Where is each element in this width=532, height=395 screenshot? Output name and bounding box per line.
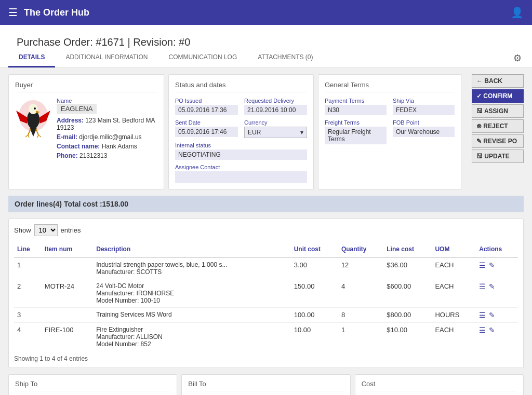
cost-title: Cost bbox=[362, 380, 517, 391]
cell-line: 4 bbox=[14, 323, 42, 351]
list-icon[interactable]: ☰ bbox=[479, 282, 486, 291]
buyer-card: Buyer bbox=[8, 74, 164, 189]
payment-terms-label: Payment Terms bbox=[325, 98, 387, 104]
currency-label: Currency bbox=[244, 119, 307, 126]
general-terms-title: General Terms bbox=[325, 81, 455, 92]
assignee-field: Assignee Contact bbox=[175, 164, 307, 183]
cell-uom: EACH bbox=[432, 323, 476, 351]
col-line-cost: Line cost bbox=[383, 241, 432, 257]
list-icon[interactable]: ☰ bbox=[479, 326, 486, 334]
col-quantity: Quantity bbox=[338, 241, 383, 257]
fob-point-label: FOB Point bbox=[393, 119, 455, 126]
phone-label: Phone: bbox=[57, 152, 78, 159]
edit-icon[interactable]: ✎ bbox=[489, 326, 495, 334]
cell-actions: ☰ ✎ bbox=[476, 279, 518, 308]
show-label: Show bbox=[14, 226, 31, 234]
tab-communication[interactable]: COMMUNICATION LOG bbox=[158, 48, 247, 67]
showing-text: Showing 1 to 4 of 4 entries bbox=[14, 355, 518, 362]
contact-value: Hank Adams bbox=[102, 143, 137, 150]
cell-description: 24 Volt-DC MotorManufacturer: IRONHORSEM… bbox=[93, 279, 290, 308]
internal-status-field: Internal status NEGOTIATING bbox=[175, 142, 307, 160]
cell-unit-cost: 3.00 bbox=[291, 257, 338, 279]
requested-delivery-field: Requested Delivery 21.09.2016 10:00 bbox=[244, 98, 307, 115]
buyer-name-label: Name bbox=[57, 98, 157, 104]
tab-attachments[interactable]: ATTACHMENTS (0) bbox=[247, 48, 323, 67]
gear-button[interactable]: ⚙ bbox=[511, 50, 524, 66]
cell-line: 2 bbox=[14, 279, 42, 308]
phone-value: 21312313 bbox=[79, 152, 107, 159]
status-card: Status and dates PO Issued 05.09.2016 17… bbox=[168, 74, 314, 189]
user-icon[interactable]: 👤 bbox=[511, 6, 524, 19]
col-uom: UOM bbox=[432, 241, 476, 257]
back-button[interactable]: ← BACK bbox=[472, 74, 524, 88]
revise-button[interactable]: ✎ REVISE PO bbox=[472, 134, 524, 148]
eagle-logo bbox=[15, 98, 51, 139]
internal-status-label: Internal status bbox=[175, 142, 307, 148]
hamburger-icon[interactable]: ☰ bbox=[8, 6, 18, 19]
po-issued-value: 05.09.2016 17:36 bbox=[175, 105, 238, 115]
col-actions: Actions bbox=[476, 241, 518, 257]
cell-item-num bbox=[42, 308, 93, 323]
tabs: DETAILS ADDITIONAL INFORMATION COMMUNICA… bbox=[8, 48, 323, 67]
po-issued-field: PO Issued 05.09.2016 17:36 bbox=[175, 98, 238, 115]
currency-select[interactable]: EUR ▾ bbox=[244, 127, 307, 138]
cell-item-num: FIRE-100 bbox=[42, 323, 93, 351]
table-header-row: Line Item num Description Unit cost Quan… bbox=[14, 241, 518, 257]
buyer-details: Name EAGLENA Address: 123 Main St. Bedfo… bbox=[57, 98, 157, 159]
ship-to-title: Ship To bbox=[15, 380, 170, 391]
freight-terms-field: Freight Terms Regular Freight Terms bbox=[325, 119, 387, 144]
sent-date-value: 05.09.2016 17:46 bbox=[175, 127, 238, 137]
cell-uom: EACH bbox=[432, 257, 476, 279]
update-button[interactable]: 🖫 UPDATE bbox=[472, 149, 524, 163]
tab-additional[interactable]: ADDITIONAL INFORMATION bbox=[55, 48, 158, 67]
po-issued-label: PO Issued bbox=[175, 98, 238, 104]
cell-uom: EACH bbox=[432, 279, 476, 308]
col-description: Description bbox=[93, 241, 290, 257]
col-unit-cost: Unit cost bbox=[291, 241, 338, 257]
cell-unit-cost: 150.00 bbox=[291, 279, 338, 308]
cell-actions: ☰ ✎ bbox=[476, 308, 518, 323]
currency-field: Currency EUR ▾ bbox=[244, 119, 307, 138]
cell-uom: HOURS bbox=[432, 308, 476, 323]
assign-button[interactable]: 🖫 ASSIGN bbox=[472, 104, 524, 118]
cards-row: Buyer bbox=[8, 74, 461, 189]
fob-point-value: Our Warehouse bbox=[393, 127, 455, 137]
email-label: E-mail: bbox=[57, 133, 77, 141]
show-entries: Show 10 25 50 entries bbox=[14, 224, 518, 236]
edit-icon[interactable]: ✎ bbox=[489, 282, 495, 291]
cell-quantity: 12 bbox=[338, 257, 383, 279]
list-icon[interactable]: ☰ bbox=[479, 261, 486, 269]
bottom-cards: Ship To Name Bill To Name Cost Line Tota… bbox=[8, 374, 524, 395]
assignee-label: Assignee Contact bbox=[175, 164, 307, 170]
cell-unit-cost: 10.00 bbox=[291, 323, 338, 351]
bill-to-title: Bill To bbox=[188, 380, 343, 391]
reject-button[interactable]: ⊗ REJECT bbox=[472, 119, 524, 133]
cell-line-cost: $10.00 bbox=[383, 323, 432, 351]
action-buttons: ← BACK ✓ CONFIRM 🖫 ASSIGN ⊗ REJECT ✎ REV… bbox=[472, 74, 524, 163]
cell-line: 1 bbox=[14, 257, 42, 279]
fob-point-field: FOB Point Our Warehouse bbox=[393, 119, 455, 144]
table-row: 1 Industrial strength paper towels, blue… bbox=[14, 257, 518, 279]
ship-via-label: Ship Via bbox=[393, 98, 455, 104]
cell-quantity: 8 bbox=[338, 308, 383, 323]
buyer-inner: Name EAGLENA Address: 123 Main St. Bedfo… bbox=[15, 98, 157, 159]
confirm-button[interactable]: ✓ CONFIRM bbox=[472, 89, 524, 103]
requested-delivery-value: 21.09.2016 10:00 bbox=[244, 105, 307, 115]
entries-select[interactable]: 10 25 50 bbox=[34, 224, 58, 236]
page-title: Purchase Order: #1671 | Revision: #0 bbox=[8, 30, 524, 48]
cell-line-cost: $800.00 bbox=[383, 308, 432, 323]
general-terms-card: General Terms Payment Terms N30 Ship Via… bbox=[318, 74, 461, 189]
status-section-title: Status and dates bbox=[175, 81, 307, 92]
svg-line-10 bbox=[25, 135, 28, 137]
list-icon[interactable]: ☰ bbox=[479, 311, 486, 319]
buyer-name-value: EAGLENA bbox=[57, 104, 97, 114]
main-content: ← BACK ✓ CONFIRM 🖫 ASSIGN ⊗ REJECT ✎ REV… bbox=[0, 68, 532, 196]
cell-actions: ☰ ✎ bbox=[476, 257, 518, 279]
buyer-section-title: Buyer bbox=[15, 81, 157, 92]
order-lines-table-section: Show 10 25 50 entries Line Item num Desc… bbox=[8, 219, 524, 368]
order-lines-table: Line Item num Description Unit cost Quan… bbox=[14, 241, 518, 351]
tab-details[interactable]: DETAILS bbox=[8, 48, 55, 67]
edit-icon[interactable]: ✎ bbox=[489, 311, 495, 319]
chevron-down-icon: ▾ bbox=[300, 129, 303, 136]
edit-icon[interactable]: ✎ bbox=[489, 261, 495, 269]
